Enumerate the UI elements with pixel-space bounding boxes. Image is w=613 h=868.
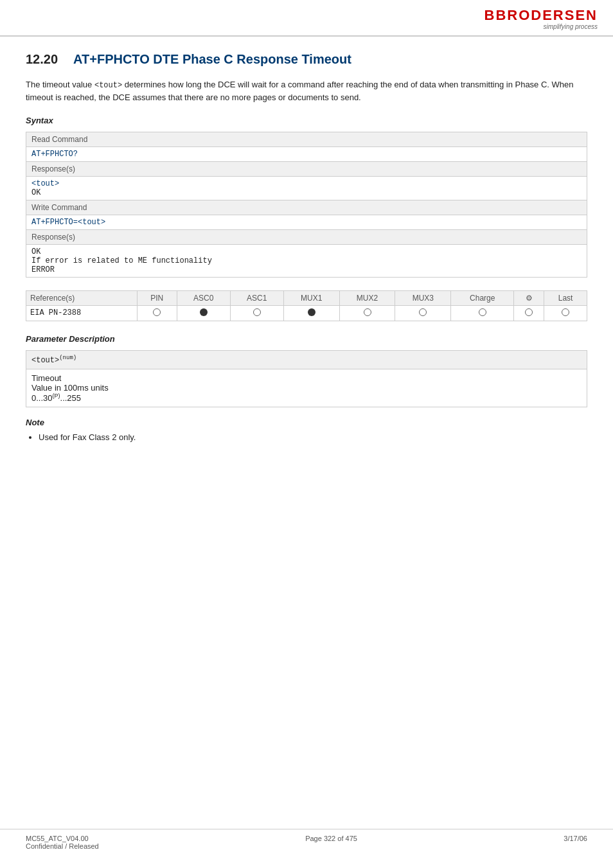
ref-col-last: Last [544, 290, 587, 305]
note-label: Note [26, 418, 587, 427]
body-text: The timeout value <tout> determines how … [26, 78, 587, 104]
ref-col-mux2: MUX2 [339, 290, 395, 305]
circle-empty-mux2 [364, 308, 371, 316]
read-command-label: Read Command [26, 132, 587, 146]
param-table: <tout>(num) Timeout Value in 100ms units… [26, 350, 587, 407]
section-heading: 12.20 AT+FPHCTO DTE Phase C Response Tim… [26, 52, 587, 67]
note-section: Note Used for Fax Class 2 only. [26, 418, 587, 444]
read-response-row: <tout> OK [26, 176, 587, 200]
ref-mux1 [283, 305, 339, 321]
read-command-code: AT+FPHCTO? [26, 146, 587, 161]
ref-col-pin: PIN [137, 290, 177, 305]
ref-mux3 [395, 305, 451, 321]
footer-left: MC55_ATC_V04.00 Confidential / Released [26, 835, 99, 850]
ref-mux2 [339, 305, 395, 321]
read-response-label-row: Response(s) [26, 161, 587, 176]
circle-empty-pin [153, 308, 161, 316]
ref-col-charge: Charge [451, 290, 514, 305]
footer-doc-id: MC55_ATC_V04.00 [26, 835, 89, 842]
write-command-label: Write Command [26, 200, 587, 215]
logo-tagline: simplifying process [544, 23, 598, 30]
tout-inline: <tout> [94, 81, 122, 90]
circle-filled-asc0 [200, 308, 208, 316]
write-response-values: OK If error is related to ME functionali… [26, 244, 587, 277]
ref-header-label: Reference(s) [26, 290, 138, 305]
write-command-code-row: AT+FPHCTO=<tout> [26, 215, 587, 229]
param-desc-label: Parameter Description [26, 334, 587, 344]
param-header-row: <tout>(num) [26, 350, 587, 369]
ref-col-mux1: MUX1 [283, 290, 339, 305]
circle-filled-mux1 [308, 308, 315, 316]
footer-center: Page 322 of 475 [305, 835, 357, 850]
param-type: (num) [59, 355, 76, 361]
note-item-1: Used for Fax Class 2 only. [39, 431, 587, 444]
write-response-label: Response(s) [26, 229, 587, 244]
ref-col-mux3: MUX3 [395, 290, 451, 305]
ref-last [544, 305, 587, 321]
logo-area: BBRODERSEN simplifying process [484, 8, 598, 30]
ref-table: Reference(s) PIN ASC0 ASC1 MUX1 MUX2 MUX… [26, 290, 587, 321]
read-command-label-row: Read Command [26, 132, 587, 146]
read-response-ok: OK [31, 188, 40, 197]
write-response-label-row: Response(s) [26, 229, 587, 244]
page-header: BBRODERSEN simplifying process [0, 0, 613, 37]
footer-right: 3/17/06 [564, 835, 587, 850]
section-number: 12.20 [26, 52, 58, 67]
write-response-row: OK If error is related to ME functionali… [26, 244, 587, 277]
circle-empty-mux3 [419, 308, 427, 316]
ref-pin [137, 305, 177, 321]
ref-col-asc1: ASC1 [230, 290, 283, 305]
section-title: AT+FPHCTO DTE Phase C Response Timeout [73, 52, 351, 67]
param-name: <tout> [31, 356, 59, 365]
ref-header-row: Reference(s) PIN ASC0 ASC1 MUX1 MUX2 MUX… [26, 290, 587, 305]
ref-data-row: EIA PN-2388 [26, 305, 587, 321]
ref-gear [514, 305, 544, 321]
circle-empty-asc1 [253, 308, 261, 316]
footer-confidential: Confidential / Released [26, 842, 99, 850]
syntax-label: Syntax [26, 116, 587, 125]
circle-empty-last [562, 308, 569, 316]
read-command-code-row: AT+FPHCTO? [26, 146, 587, 161]
ref-col-asc0: ASC0 [177, 290, 230, 305]
ref-charge [451, 305, 514, 321]
param-body-cell: Timeout Value in 100ms units 0...30(P)..… [26, 369, 587, 407]
content: 12.20 AT+FPHCTO DTE Phase C Response Tim… [0, 37, 613, 482]
ref-asc1 [230, 305, 283, 321]
ref-row-label: EIA PN-2388 [26, 305, 138, 321]
read-response-tout: <tout> [31, 179, 59, 188]
circle-empty-charge [479, 308, 486, 316]
circle-empty-gear [525, 308, 533, 316]
syntax-table: Read Command AT+FPHCTO? Response(s) <tou… [26, 132, 587, 278]
read-response-values: <tout> OK [26, 176, 587, 200]
ref-asc0 [177, 305, 230, 321]
logo-brodersen: BBRODERSEN [484, 8, 598, 23]
page-footer: MC55_ATC_V04.00 Confidential / Released … [0, 829, 613, 855]
read-response-label: Response(s) [26, 161, 587, 176]
write-command-code: AT+FPHCTO=<tout> [26, 215, 587, 229]
note-list: Used for Fax Class 2 only. [26, 431, 587, 444]
param-header-cell: <tout>(num) [26, 350, 587, 369]
param-body-row: Timeout Value in 100ms units 0...30(P)..… [26, 369, 587, 407]
write-command-label-row: Write Command [26, 200, 587, 215]
param-default-sup: (P) [53, 393, 60, 399]
ref-col-gear: ⚙ [514, 290, 544, 305]
